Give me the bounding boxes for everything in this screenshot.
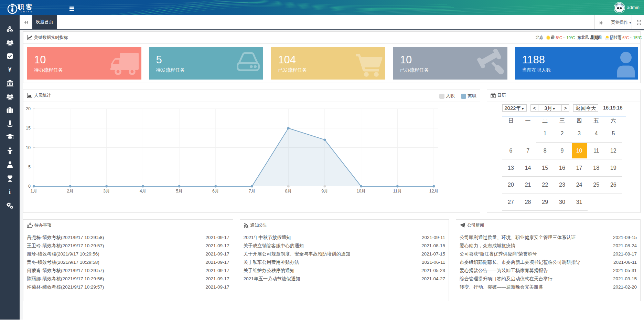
svg-text:20: 20 <box>26 106 31 111</box>
svg-text:0: 0 <box>28 184 31 189</box>
svg-text:5月: 5月 <box>176 189 182 194</box>
svg-text:10: 10 <box>26 145 31 150</box>
svg-text:8月: 8月 <box>285 189 291 194</box>
svg-text:11月: 11月 <box>393 189 402 194</box>
svg-text:10月: 10月 <box>356 189 365 194</box>
svg-text:15: 15 <box>26 126 31 131</box>
svg-text:3月: 3月 <box>103 189 110 194</box>
svg-text:1月: 1月 <box>31 189 37 194</box>
svg-text:5: 5 <box>28 164 31 169</box>
svg-text:6月: 6月 <box>212 189 219 194</box>
svg-text:9月: 9月 <box>321 189 328 194</box>
svg-text:4月: 4月 <box>140 189 146 194</box>
svg-text:12月: 12月 <box>429 189 438 194</box>
svg-text:7月: 7月 <box>249 189 255 194</box>
svg-text:2月: 2月 <box>67 189 73 194</box>
